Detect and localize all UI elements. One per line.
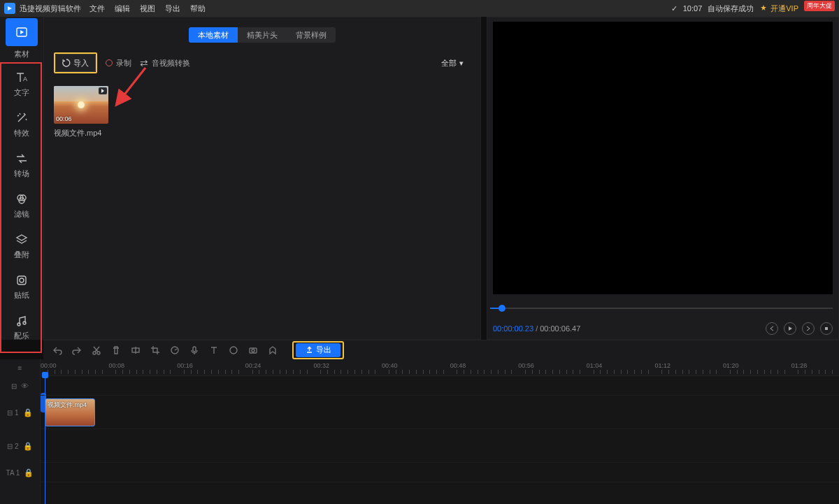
timeline-playhead[interactable]: [45, 373, 45, 504]
filter-icon: [15, 192, 29, 206]
ruler-tick: 00:32: [313, 362, 329, 369]
svg-point-7: [17, 323, 20, 326]
export-button[interactable]: 导出: [296, 343, 340, 357]
play-button[interactable]: [784, 322, 796, 335]
sidebar-item-text[interactable]: A 文字: [0, 64, 43, 104]
tool-delete[interactable]: [110, 345, 122, 356]
tool-snapshot[interactable]: [248, 345, 259, 356]
tab-bg[interactable]: 背景样例: [287, 27, 336, 43]
ruler-tick: 00:48: [450, 362, 466, 369]
track-1[interactable]: 视频文件.mp4: [41, 396, 839, 429]
svg-point-17: [252, 349, 254, 352]
vip-button[interactable]: 开通VIP: [759, 3, 798, 14]
timeline-track-headers: ≡ ⊟👁 ⊟ 1🔒 ⊟ 2🔒 TA 1🔒: [0, 359, 41, 504]
tool-marker[interactable]: [267, 345, 278, 356]
annotation-import-box: 导入: [54, 52, 97, 73]
track-2[interactable]: [41, 429, 839, 463]
track-header-menu[interactable]: ≡: [0, 359, 40, 376]
sidebar-item-overlay[interactable]: 叠附: [0, 226, 43, 266]
text-icon: A: [15, 71, 29, 85]
menu-help[interactable]: 帮助: [190, 3, 206, 14]
promo-badge: 周年大促: [804, 1, 835, 11]
menu-view[interactable]: 视图: [140, 3, 155, 14]
import-button[interactable]: 导入: [55, 54, 96, 72]
magic-icon: [15, 111, 29, 125]
record-icon: [106, 59, 113, 66]
track-header-2[interactable]: ⊟ 2🔒: [0, 429, 40, 463]
ruler-tick: 00:56: [518, 362, 534, 369]
filter-dropdown[interactable]: 全部 ▾: [441, 58, 471, 69]
tool-split[interactable]: [130, 345, 141, 356]
tool-undo[interactable]: [52, 345, 63, 356]
timeline-clip[interactable]: 视频文件.mp4: [45, 398, 95, 426]
ruler-tick: 01:12: [654, 362, 671, 369]
ruler-tick: 01:20: [723, 362, 739, 369]
menu-file[interactable]: 文件: [89, 3, 105, 14]
left-sidebar: 素材 A 文字 特效 转场 滤镜 叠附 贴纸 配乐: [0, 17, 43, 340]
sidebar-item-sticker[interactable]: 贴纸: [0, 266, 43, 307]
tab-local[interactable]: 本地素材: [189, 27, 238, 43]
menu-export[interactable]: 导出: [165, 3, 180, 14]
media-clip-thumbnail[interactable]: 00:06: [54, 86, 108, 124]
convert-button[interactable]: ⇄ 音视频转换: [140, 57, 190, 69]
convert-icon: ⇄: [140, 57, 148, 69]
clip-play-icon: [99, 87, 107, 94]
stop-button[interactable]: [820, 322, 833, 335]
sidebar-item-effects[interactable]: 特效: [0, 104, 43, 145]
svg-point-15: [230, 347, 237, 354]
sidebar-item-filter[interactable]: 滤镜: [0, 185, 43, 226]
track-3[interactable]: [41, 463, 839, 482]
track-header-1[interactable]: ⊟ 1🔒: [0, 396, 40, 429]
ruler-tick: 00:24: [245, 362, 261, 369]
prev-frame-button[interactable]: [766, 322, 778, 335]
preview-time-current: 00:00:00.23: [493, 324, 533, 333]
chevron-down-icon: ▾: [459, 59, 464, 68]
time-separator: /: [536, 324, 538, 333]
vip-text: 开通VIP: [770, 3, 798, 14]
check-icon: ✓: [671, 4, 677, 13]
sidebar-item-music[interactable]: 配乐: [0, 307, 43, 347]
sidebar-item-transition[interactable]: 转场: [0, 145, 43, 185]
tab-intro[interactable]: 精美片头: [238, 27, 287, 43]
svg-rect-5: [17, 276, 26, 285]
play-icon: [15, 25, 29, 39]
clip-duration: 00:06: [56, 115, 72, 122]
preview-panel: 00:00:00.23 / 00:00:06.47: [487, 17, 839, 340]
sidebar-item-media[interactable]: [6, 18, 38, 46]
svg-point-8: [23, 322, 26, 324]
next-frame-button[interactable]: [802, 322, 815, 335]
media-tabs: 本地素材 精美片头 背景样例: [44, 17, 480, 43]
timeline-ruler[interactable]: 00:0000:0800:1600:2400:3200:4000:4800:56…: [41, 359, 839, 376]
sticker-icon: [15, 273, 29, 287]
track-header-0[interactable]: ⊟👁: [0, 376, 40, 396]
timeline-tracks[interactable]: 视频文件.mp4: [41, 376, 839, 504]
clip-filename: 视频文件.mp4: [54, 128, 471, 138]
tool-voice[interactable]: [189, 345, 200, 356]
track-header-3[interactable]: TA 1🔒: [0, 463, 40, 482]
record-button[interactable]: 录制: [106, 58, 131, 69]
preview-video: [493, 22, 833, 294]
preview-seek-bar[interactable]: [490, 303, 833, 314]
app-name: 迅捷视频剪辑软件: [20, 3, 81, 14]
track-0[interactable]: [41, 376, 839, 396]
svg-point-6: [20, 278, 24, 282]
tool-color[interactable]: [228, 345, 239, 356]
media-panel: 本地素材 精美片头 背景样例 导入 录制 ⇄ 音视频转换 全部 ▾ 00:06: [43, 17, 481, 340]
transition-icon: [15, 152, 29, 166]
ruler-tick: 01:04: [587, 362, 603, 369]
tool-redo[interactable]: [71, 345, 83, 356]
app-logo: [4, 3, 15, 14]
ruler-tick: 00:40: [382, 362, 398, 369]
menu-edit[interactable]: 编辑: [115, 3, 130, 14]
svg-point-10: [93, 352, 96, 354]
autosave-time: 10:07: [683, 4, 703, 13]
ruler-tick: 00:00: [41, 362, 57, 369]
tool-speed[interactable]: [169, 345, 180, 356]
sidebar-label-media: 素材: [0, 49, 43, 59]
title-bar: 迅捷视频剪辑软件 文件 编辑 视图 导出 帮助 ✓ 10:07 自动保存成功 开…: [0, 0, 839, 17]
tool-crop[interactable]: [150, 345, 161, 356]
music-icon: [15, 314, 29, 328]
ruler-tick: 00:08: [109, 362, 125, 369]
tool-cut[interactable]: [91, 345, 102, 356]
tool-text[interactable]: [208, 345, 220, 356]
